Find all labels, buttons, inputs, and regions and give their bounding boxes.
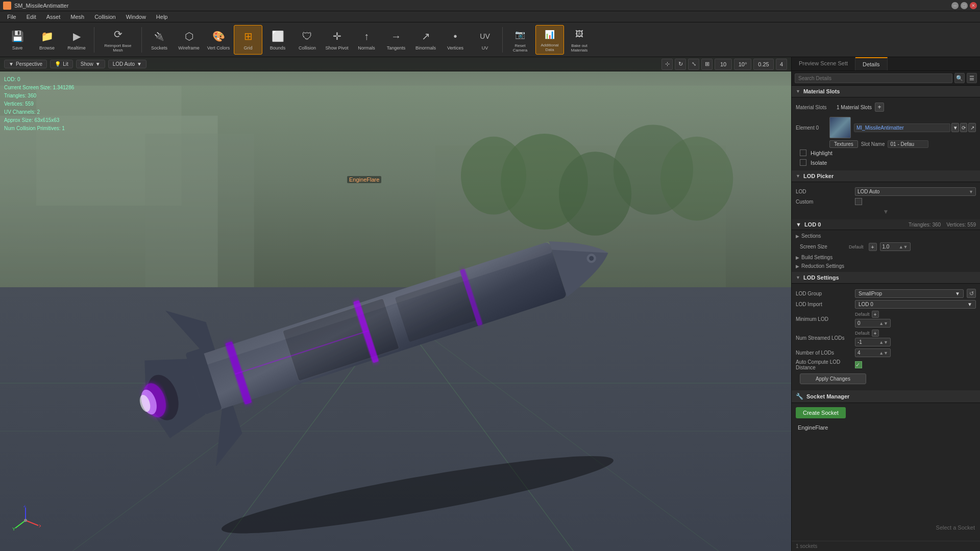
menu-asset[interactable]: Asset (41, 13, 66, 21)
create-socket-button[interactable]: Create Socket (796, 407, 846, 418)
add-material-slot-button[interactable]: + (875, 103, 884, 112)
reduction-settings-header[interactable]: ▶ Reduction Settings (796, 262, 976, 270)
custom-row: Custom (796, 198, 976, 205)
number-of-lods-input[interactable]: 4 ▲▼ (855, 348, 891, 357)
menu-file[interactable]: File (2, 13, 21, 21)
engine-flare-label: EngineFlare (347, 176, 381, 183)
custom-checkbox[interactable] (855, 198, 862, 205)
grid-button[interactable]: ⊞ Grid (234, 25, 262, 55)
rotate-button[interactable]: ↻ (675, 59, 686, 70)
number-of-lods-spinner[interactable]: ▲▼ (879, 350, 888, 356)
angle-snap[interactable]: 10° (734, 59, 751, 70)
num-streamed-plus-button[interactable]: + (872, 330, 879, 337)
menu-window[interactable]: Window (121, 13, 151, 21)
lod-import-dropdown[interactable]: LOD 0 ▼ (855, 300, 976, 309)
bakeout-button[interactable]: 🖼 Bake out Materials (565, 25, 594, 55)
svg-point-37 (24, 519, 27, 522)
slot-name-input[interactable] (888, 140, 928, 148)
resetcamera-button[interactable]: 📷 Reset Camera (506, 25, 534, 55)
num-streamed-spinner[interactable]: ▲▼ (879, 340, 888, 345)
tab-preview-scene[interactable]: Preview Scene Sett (792, 57, 855, 70)
settings-button[interactable]: ☰ (967, 73, 977, 83)
bakeout-icon: 🖼 (572, 27, 587, 42)
hud-approx-size: Approx Size: 63x615x63 (4, 116, 74, 124)
search-button[interactable]: 🔍 (954, 73, 965, 83)
material-sync-button[interactable]: ⟳ (960, 123, 968, 132)
apply-changes-button[interactable]: Apply Changes (800, 373, 866, 384)
search-input[interactable] (795, 73, 952, 83)
vertcolors-button[interactable]: 🎨 Vert Colors (204, 25, 233, 55)
binormals-button[interactable]: ↗ Binormals (411, 25, 440, 55)
scale-button[interactable]: ⤡ (688, 59, 699, 70)
collision-button[interactable]: 🛡 Collision (293, 25, 322, 55)
maximize-button[interactable]: □ (961, 2, 968, 9)
grid-size[interactable]: 4 (776, 59, 787, 70)
material-slots-row: Material Slots 1 Material Slots + (796, 101, 976, 114)
perspective-dropdown[interactable]: ▼ Perspective (4, 60, 47, 68)
normals-button[interactable]: ↑ Normals (352, 25, 381, 55)
snap-angle[interactable]: 10 (715, 59, 732, 70)
textures-button[interactable]: Textures (829, 140, 858, 148)
lod-group-dropdown[interactable]: SmallProp ▼ (855, 289, 964, 298)
lod-import-row: LOD Import LOD 0 ▼ (796, 300, 976, 309)
material-name-input[interactable] (854, 123, 950, 132)
browse-button[interactable]: 📁 Browse (33, 25, 61, 55)
lit-button[interactable]: 💡 Lit (50, 60, 73, 68)
lod-group-reset-button[interactable]: ↺ (967, 289, 976, 298)
material-open-button[interactable]: ↗ (968, 123, 976, 132)
menu-mesh[interactable]: Mesh (65, 13, 89, 21)
minimum-lod-plus-button[interactable]: + (872, 311, 879, 318)
lod0-arrow[interactable]: ▼ (796, 221, 801, 228)
viewport-controls: ▼ Perspective 💡 Lit Show ▼ LOD Auto ▼ ⊹ … (0, 57, 791, 71)
sockets-button[interactable]: 🔌 Sockets (145, 25, 174, 55)
panel-collapse-arrow[interactable]: ▼ (883, 208, 889, 215)
tangents-button[interactable]: → Tangents (382, 25, 410, 55)
minimum-lod-spinner[interactable]: ▲▼ (879, 321, 888, 326)
sections-header[interactable]: ▶ Sections (796, 232, 976, 240)
show-button[interactable]: Show ▼ (76, 60, 105, 68)
lod-button[interactable]: LOD Auto ▼ (108, 60, 146, 68)
highlight-checkbox[interactable] (800, 149, 806, 156)
translate-button[interactable]: ⊹ (662, 59, 673, 70)
material-arrow-button[interactable]: ▼ (951, 123, 959, 132)
num-streamed-input[interactable]: -1 ▲▼ (855, 338, 891, 346)
socket-item-engineflare[interactable]: EngineFlare (792, 422, 980, 433)
material-slots-header[interactable]: ▼ Material Slots (792, 86, 980, 97)
grid-toggle[interactable]: ⊞ (701, 59, 713, 70)
wireframe-icon: ⬡ (181, 29, 197, 44)
realtime-button[interactable]: ▶ Realtime (62, 25, 91, 55)
screen-size-plus-button[interactable]: + (869, 243, 877, 251)
uv-button[interactable]: UV UV (471, 25, 499, 55)
reimport-button[interactable]: ⟳ Reimport Base Mesh (97, 25, 138, 55)
wireframe-button[interactable]: ⬡ Wireframe (175, 25, 203, 55)
auto-compute-checkbox[interactable]: ✓ (855, 361, 862, 368)
screen-size-input[interactable]: 1.0 ▲▼ (880, 242, 911, 251)
menubar: File Edit Asset Mesh Collision Window He… (0, 11, 980, 22)
menu-collision[interactable]: Collision (89, 13, 121, 21)
viewport[interactable]: ▼ Perspective 💡 Lit Show ▼ LOD Auto ▼ ⊹ … (0, 57, 791, 551)
lod-picker-header[interactable]: ▼ LOD Picker (792, 170, 980, 182)
save-button[interactable]: 💾 Save (3, 25, 32, 55)
viewbar-right: ⊹ ↻ ⤡ ⊞ 10 10° 0.25 4 (662, 59, 787, 70)
menu-help[interactable]: Help (151, 13, 173, 21)
minimum-lod-input[interactable]: 0 ▲▼ (855, 319, 891, 328)
screen-size-spinner[interactable]: ▲▼ (899, 244, 908, 249)
bounds-button[interactable]: ⬜ Bounds (263, 25, 292, 55)
perspective-arrow: ▼ (9, 61, 14, 67)
isolate-checkbox[interactable] (800, 159, 806, 166)
num-streamed-default: Default (855, 331, 870, 336)
close-button[interactable]: ✕ (970, 2, 977, 9)
additionaldata-button[interactable]: 📊 Additional Data (535, 25, 564, 55)
minimize-button[interactable]: ─ (951, 2, 959, 9)
vertices-button[interactable]: • Vertices (441, 25, 470, 55)
speed-control[interactable]: 0.25 (753, 59, 774, 70)
tab-details[interactable]: Details (855, 57, 888, 70)
lod0-title: ▼ LOD 0 (796, 221, 821, 228)
lod-settings-header[interactable]: ▼ LOD Settings (792, 272, 980, 284)
showpivot-button[interactable]: ✛ Show Pivot (323, 25, 351, 55)
lod-picker-arrow: ▼ (796, 173, 800, 179)
menu-edit[interactable]: Edit (21, 13, 41, 21)
tangents-icon: → (388, 29, 404, 44)
lod-dropdown[interactable]: LOD Auto ▼ (855, 187, 976, 196)
build-settings-header[interactable]: ▶ Build Settings (796, 253, 976, 262)
